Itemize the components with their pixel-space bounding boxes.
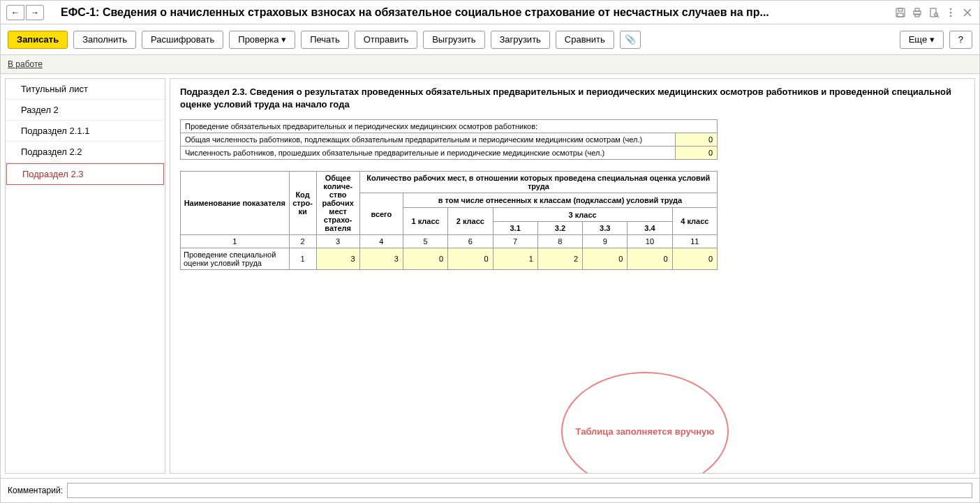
section-title: Подраздел 2.3. Сведения о результатах пр… <box>180 86 965 111</box>
svg-rect-4 <box>915 8 919 11</box>
svg-rect-6 <box>930 8 936 17</box>
annotation-text: Таблица заполняется вручную <box>576 426 715 437</box>
cell-all[interactable]: 3 <box>359 248 403 270</box>
th-c31: 3.1 <box>493 222 537 235</box>
print-icon[interactable] <box>911 6 923 19</box>
import-button[interactable]: Загрузить <box>491 31 550 49</box>
print-button[interactable]: Печать <box>301 31 349 49</box>
close-icon[interactable] <box>961 6 974 19</box>
sidebar: Титульный лист Раздел 2 Подраздел 2.1.1 … <box>5 78 165 474</box>
cell-c4[interactable]: 0 <box>672 248 717 270</box>
check-dropdown[interactable]: Проверка ▾ <box>229 31 295 49</box>
th-all: всего <box>359 193 403 235</box>
compare-button[interactable]: Сравнить <box>556 31 614 49</box>
medical-exam-table: Проведение обязательных предварительных … <box>180 119 718 160</box>
th-places: Количество рабочих мест, в отношении кот… <box>359 172 717 193</box>
svg-point-10 <box>950 11 952 13</box>
paperclip-icon: 📎 <box>625 34 636 45</box>
sidebar-item-sub23[interactable]: Подраздел 2.3 <box>6 163 164 185</box>
th-c4: 4 класс <box>672 207 717 235</box>
help-button[interactable]: ? <box>949 31 972 49</box>
comment-input[interactable] <box>67 483 972 498</box>
svg-point-11 <box>950 15 952 17</box>
sidebar-item-title-page[interactable]: Титульный лист <box>6 79 165 100</box>
sidebar-item-sub22[interactable]: Подраздел 2.2 <box>6 142 165 163</box>
titlebar: ← → ЕФС-1: Сведения о начисленных страхо… <box>1 1 979 24</box>
nav-forward-button[interactable]: → <box>26 5 44 20</box>
footer: Комментарий: <box>1 478 979 502</box>
cell-c32[interactable]: 2 <box>537 248 582 270</box>
comment-label: Комментарий: <box>8 486 63 495</box>
th-code: Код стро­ки <box>289 172 316 235</box>
toolbar: Записать Заполнить Расшифровать Проверка… <box>1 24 979 55</box>
svg-point-9 <box>950 8 952 10</box>
mini-row2-label: Численность работников, прошедших обязат… <box>181 147 676 160</box>
nav-back-button[interactable]: ← <box>6 5 24 20</box>
fill-button[interactable]: Заполнить <box>73 31 136 49</box>
th-c3: 3 класс <box>493 207 672 222</box>
data-row: Проведение специальной оценки условий тр… <box>181 248 718 270</box>
cell-c1[interactable]: 0 <box>403 248 447 270</box>
preview-icon[interactable] <box>928 6 940 19</box>
send-button[interactable]: Отправить <box>355 31 417 49</box>
th-c33: 3.3 <box>583 222 628 235</box>
th-c1: 1 класс <box>403 207 447 235</box>
th-c2: 2 класс <box>448 207 493 235</box>
window-title: ЕФС-1: Сведения о начисленных страховых … <box>55 6 894 19</box>
mini-row1-value[interactable]: 0 <box>676 133 718 147</box>
save-icon[interactable] <box>894 6 907 19</box>
content-area: Подраздел 2.3. Сведения о результатах пр… <box>170 78 975 474</box>
svg-line-8 <box>937 16 939 17</box>
mini-header: Проведение обязательных предварительных … <box>181 120 718 133</box>
sidebar-item-section2[interactable]: Раздел 2 <box>6 100 165 121</box>
status-link[interactable]: В работе <box>8 59 43 69</box>
status-bar: В работе <box>1 55 979 74</box>
assessment-table: Наименование показателя Код стро­ки Обще… <box>180 171 718 270</box>
sidebar-item-sub211[interactable]: Подраздел 2.1.1 <box>6 121 165 142</box>
export-button[interactable]: Выгрузить <box>423 31 484 49</box>
save-button[interactable]: Записать <box>8 31 68 49</box>
more-dropdown[interactable]: Еще ▾ <box>900 31 944 49</box>
attach-button[interactable]: 📎 <box>620 31 641 49</box>
row-code: 1 <box>289 248 316 270</box>
cell-total[interactable]: 3 <box>316 248 359 270</box>
th-classes: в том числе отнесенных к классам (подкла… <box>403 193 717 208</box>
column-number-row: 1 2 3 4 5 6 7 8 9 10 11 <box>181 235 718 248</box>
cell-c2[interactable]: 0 <box>448 248 493 270</box>
th-c32: 3.2 <box>537 222 582 235</box>
cell-c33[interactable]: 0 <box>583 248 628 270</box>
cell-c31[interactable]: 1 <box>493 248 537 270</box>
cell-c34[interactable]: 0 <box>628 248 672 270</box>
mini-row2-value[interactable]: 0 <box>676 147 718 160</box>
annotation-oval: Таблица заполняется вручную <box>561 372 729 474</box>
th-total: Общее количе­ство рабочих мест страхо­ва… <box>316 172 359 235</box>
row-label: Проведение специальной оценки условий тр… <box>181 248 290 270</box>
decode-button[interactable]: Расшифровать <box>142 31 223 49</box>
menu-icon[interactable] <box>944 6 957 19</box>
th-c34: 3.4 <box>628 222 672 235</box>
svg-rect-1 <box>898 8 903 11</box>
th-name: Наименование показателя <box>181 172 290 235</box>
mini-row1-label: Общая численность работников, подлежащих… <box>181 133 676 147</box>
svg-rect-2 <box>898 13 903 17</box>
